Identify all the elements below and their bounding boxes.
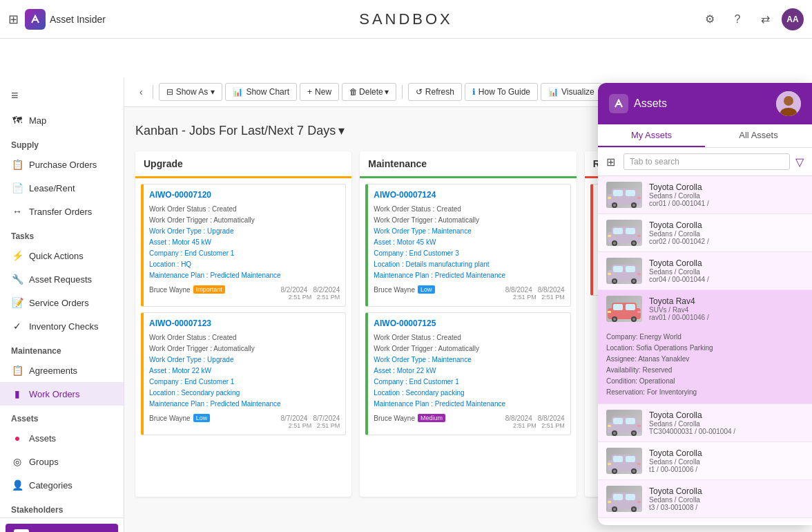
asset-item[interactable]: Toyota Corolla Sedans / Corolla cor02 / …	[598, 214, 812, 252]
card-dates: 8/8/2024 8/8/2024	[505, 286, 565, 294]
card-dates: 8/7/2024 8/7/2024	[280, 415, 340, 422]
kanban-card[interactable]: AIWO-00007124 Work Order Status : Create…	[365, 184, 570, 307]
asset-info: Toyota Corolla Sedans / Corolla t1 / 00-…	[649, 448, 804, 473]
sidebar-item-agreements[interactable]: 📋 Agreements	[0, 359, 124, 382]
asset-sub: Sedans / Corolla	[649, 496, 804, 504]
asset-sub: Sedans / Corolla	[649, 268, 804, 276]
sidebar-section-assets: Assets	[0, 406, 124, 426]
grid-view-icon[interactable]: ⊞	[606, 155, 615, 169]
svg-rect-5	[613, 190, 623, 196]
svg-rect-12	[637, 197, 641, 199]
asset-item[interactable]: Toyota Corolla Sedans / Corolla cor04 / …	[598, 252, 812, 290]
svg-rect-72	[637, 501, 641, 503]
sidebar-item-inventory-checks[interactable]: ✓ Inventory Checks	[0, 314, 124, 338]
guide-button[interactable]: ℹ How To Guide	[465, 83, 538, 101]
card-asset: Asset : Motor 45 kW	[149, 237, 340, 248]
svg-rect-22	[637, 235, 641, 237]
asset-company: Company: Energy World	[606, 332, 713, 343]
sidebar-item-service-orders[interactable]: 📝 Service Orders	[0, 291, 124, 314]
sidebar-item-lease-rent[interactable]: 📄 Lease/Rent	[0, 176, 124, 200]
visualize-button[interactable]: 📊 Visualize	[541, 83, 602, 101]
kanban-title[interactable]: Kanban - Jobs For Last/Next 7 Days ▾	[135, 123, 345, 138]
card-date2: 8/2/2024	[313, 286, 340, 294]
kanban-column-upgrade: Upgrade AIWO-00007120 Work Order Status …	[135, 151, 351, 497]
brand-name: Asset Insider	[50, 14, 106, 25]
main-menu-button[interactable]: MM Main Menu ⌃	[6, 524, 118, 532]
asset-item[interactable]: Toyota Corolla Sedans / Corolla	[598, 518, 812, 522]
svg-rect-41	[608, 311, 611, 313]
new-button[interactable]: + New	[300, 83, 339, 101]
asset-item[interactable]: Toyota Rav4 SUVs / Rav4 rav01 / 00-00104…	[598, 290, 812, 404]
asset-name: Toyota Corolla	[649, 258, 804, 268]
sidebar-item-purchase-orders[interactable]: 📋 Purchase Orders	[0, 153, 124, 176]
sidebar-item-asset-requests[interactable]: 🔧 Asset Requests	[0, 267, 124, 291]
card-date2: 8/8/2024	[538, 415, 565, 422]
tab-all-assets[interactable]: All Assets	[705, 124, 812, 147]
show-chart-icon: 📊	[233, 87, 243, 97]
transfer-icon: ↔	[11, 205, 23, 218]
visualize-icon: 📊	[548, 87, 559, 97]
card-dates: 8/8/2024 8/8/2024	[505, 415, 565, 422]
assets-list: Toyota Corolla Sedans / Corolla cor01 / …	[598, 176, 812, 522]
tab-my-assets[interactable]: My Assets	[598, 124, 705, 147]
svg-rect-16	[626, 228, 635, 234]
card-type: Work Order Type : Maintenance	[374, 354, 564, 365]
sidebar-item-assets[interactable]: ● Assets	[0, 426, 124, 450]
card-plan: Maintenance Plan : Predicted Maintenance	[149, 270, 340, 281]
help-icon[interactable]: ?	[726, 8, 748, 30]
svg-rect-42	[637, 311, 641, 313]
swap-icon[interactable]: ⇄	[754, 8, 776, 30]
logo-icon	[25, 9, 46, 30]
sidebar-section-maintenance: Maintenance	[0, 338, 124, 359]
asset-item[interactable]: Toyota Corolla Sedans / Corolla t1 / 00-…	[598, 442, 812, 480]
card-company: Company : End Customer 1	[149, 377, 340, 388]
delete-button[interactable]: 🗑 Delete ▾	[342, 83, 396, 101]
svg-rect-56	[626, 456, 635, 462]
card-footer: Bruce Wayne Important 8/2/2024 8/2/2024	[149, 285, 340, 294]
card-footer: Bruce Wayne Low 8/8/2024 8/8/2024	[374, 285, 564, 294]
asset-car-image	[606, 258, 642, 284]
sidebar-item-work-orders[interactable]: ▮ Work Orders	[0, 382, 124, 406]
grid-icon[interactable]: ⊞	[8, 12, 19, 27]
kanban-card[interactable]: AIWO-00007120 Work Order Status : Create…	[141, 184, 346, 307]
search-input[interactable]: Tab to search	[624, 153, 790, 170]
settings-icon[interactable]: ⚙	[699, 8, 721, 30]
back-button[interactable]: ‹	[135, 84, 147, 100]
assignee-name: Bruce Wayne	[374, 286, 415, 294]
kanban-title-chevron: ▾	[338, 123, 345, 138]
asset-item[interactable]: Toyota Corolla Sedans / Corolla cor01 / …	[598, 176, 812, 214]
card-company: Company : End Customer 1	[149, 248, 340, 259]
svg-rect-6	[626, 190, 635, 196]
sidebar-collapse-button[interactable]: ≡	[0, 83, 124, 108]
sidebar-item-transfer-orders[interactable]: ↔ Transfer Orders	[0, 200, 124, 223]
quick-actions-icon: ⚡	[11, 249, 23, 262]
kanban-card[interactable]: AIWO-00007125 Work Order Status : Create…	[365, 312, 570, 435]
sidebar-item-quick-actions[interactable]: ⚡ Quick Actions	[0, 244, 124, 267]
asset-sub: Sedans / Corolla	[649, 458, 804, 466]
sidebar-item-groups[interactable]: ◎ Groups	[0, 450, 124, 473]
show-as-button[interactable]: ⊟ Show As ▾	[159, 83, 223, 101]
show-chart-button[interactable]: 📊 Show Chart	[225, 83, 297, 101]
svg-point-10	[632, 204, 635, 207]
user-avatar[interactable]: AA	[782, 8, 804, 30]
svg-point-9	[613, 204, 616, 207]
asset-item[interactable]: Toyota Corolla Sedans / Corolla TC304000…	[598, 404, 812, 442]
sidebar-item-map[interactable]: 🗺 Map	[0, 108, 124, 132]
priority-badge: Low	[193, 414, 211, 422]
svg-point-20	[632, 242, 635, 245]
svg-point-39	[613, 318, 616, 321]
svg-rect-46	[626, 418, 635, 424]
card-date2: 8/8/2024	[538, 286, 565, 294]
kanban-card[interactable]: AIWO-00007123 Work Order Status : Create…	[141, 312, 346, 435]
asset-car-image	[606, 410, 642, 436]
card-date1: 8/2/2024	[280, 286, 307, 294]
asset-condition: Condition: Operational	[606, 376, 713, 387]
refresh-button[interactable]: ↺ Refresh	[408, 83, 462, 101]
card-location: Location : Secondary packing	[149, 388, 340, 399]
assets-panel: Assets My Assets All Assets ⊞ Tab to sea…	[598, 83, 812, 525]
svg-rect-15	[613, 228, 623, 234]
asset-item[interactable]: Toyota Corolla Sedans / Corolla t3 / 03-…	[598, 480, 812, 518]
sidebar-item-categories[interactable]: 👤 Categories	[0, 473, 124, 497]
filter-icon[interactable]: ▽	[795, 155, 804, 169]
assignee-name: Bruce Wayne	[374, 415, 415, 422]
